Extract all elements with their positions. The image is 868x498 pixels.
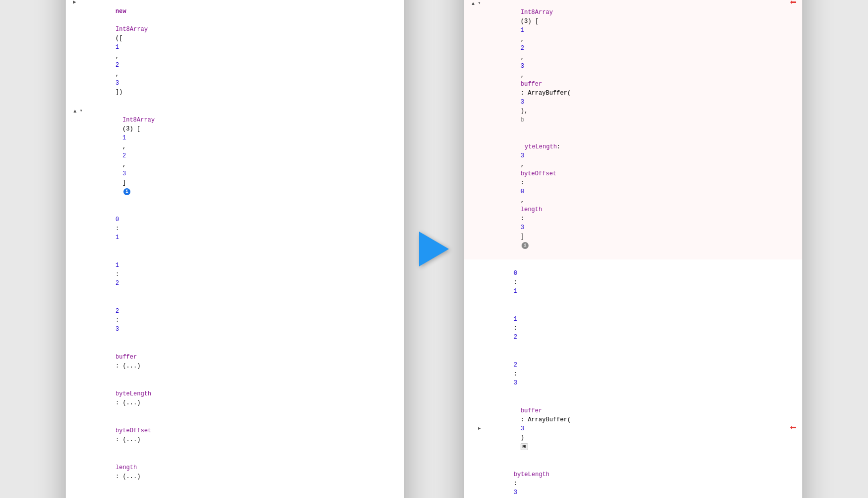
left-prop-2: 2 : 3 <box>66 297 404 343</box>
right-console-content: ▶ new Int8Array ([ 1 , 2 , 3 ]) <box>464 0 802 498</box>
left-line-gutter-1: ▶ <box>70 0 80 7</box>
right-prop-0-content: 0 : 1 <box>478 260 798 305</box>
right-line-gutter-2: ◀ <box>468 0 478 8</box>
left-prop-bytelength-content: byteLength : (...) <box>80 380 400 416</box>
right-prop-1-content: 1 : 2 <box>478 306 798 351</box>
right-array-content: Int8Array (3) [ 1 , 2 , 3 , buffer : Arr… <box>485 0 790 259</box>
left-prop-1: 1 : 2 <box>66 251 404 297</box>
right-prop-bytelength: byteLength : 3 <box>464 461 802 498</box>
left-console-content: ▶ new Int8Array ([ 1 , 2 , 3 ]) <box>66 0 404 498</box>
right-prop-bytelength-content: byteLength : 3 <box>478 461 798 498</box>
left-line-input: ▶ new Int8Array ([ 1 , 2 , 3 ]) <box>66 0 404 106</box>
right-red-arrow-array: ⬅ <box>790 0 798 8</box>
left-info-icon: i <box>123 188 130 195</box>
left-prop-0: 0 : 1 <box>66 206 404 251</box>
right-prop-0: 0 : 1 <box>464 259 802 305</box>
right-expand-arrow[interactable]: ▾ <box>478 0 485 8</box>
left-array-content: Int8Array (3) [ 1 , 2 , 3 ] i <box>87 107 400 205</box>
left-prop-2-content: 2 : 3 <box>80 298 400 343</box>
right-prop-2: 2 : 3 <box>464 351 802 397</box>
right-info-icon: i <box>522 242 529 249</box>
right-prop-buffer-content: buffer : ArrayBuffer( 3 ) ⊞ <box>485 397 787 460</box>
left-kw-new: new <box>115 8 126 15</box>
left-prop-length: length : (...) <box>66 454 404 491</box>
left-prop-symbol-content: Symbol(Symbol.toStringTag) : (...) <box>80 491 400 498</box>
left-line-array: ◀ ▾ Int8Array (3) [ 1 , 2 , 3 ] i <box>66 106 404 206</box>
right-prop-buffer: ▶ buffer : ArrayBuffer( 3 ) ⊞ ⬅ <box>464 397 802 461</box>
left-devtools-window: DevTools - developer.chrome.com/docs/dev… <box>66 0 404 498</box>
scene: DevTools - developer.chrome.com/docs/dev… <box>66 0 802 498</box>
left-prop-bytelength: byteLength : (...) <box>66 380 404 417</box>
left-prop-byteoffset-content: byteOffset : (...) <box>80 417 400 453</box>
left-prop-1-content: 1 : 2 <box>80 252 400 297</box>
left-prop-byteoffset: byteOffset : (...) <box>66 417 404 454</box>
arraybuffer-icon: ⊞ <box>521 443 528 450</box>
left-prop-symbol: Symbol(Symbol.toStringTag) : (...) <box>66 491 404 498</box>
right-red-arrow-buffer: ⬅ <box>790 424 798 433</box>
right-line-array: ◀ ▾ Int8Array (3) [ 1 , 2 , 3 , buffer :… <box>464 0 802 259</box>
left-prop-buffer: buffer : (...) <box>66 343 404 380</box>
left-line-gutter-2: ◀ <box>70 107 80 116</box>
right-buffer-arrow[interactable]: ▶ <box>478 424 485 433</box>
right-devtools-window: DevTools - developer.chrome.com/docs/dev… <box>464 0 802 498</box>
left-prop-length-content: length : (...) <box>80 454 400 490</box>
right-prop-1: 1 : 2 <box>464 305 802 351</box>
forward-arrow <box>419 232 449 266</box>
left-prop-buffer-content: buffer : (...) <box>80 344 400 379</box>
left-expand-arrow[interactable]: ▾ <box>80 107 87 116</box>
arrow-container <box>419 232 449 266</box>
right-prop-2-content: 2 : 3 <box>478 352 798 396</box>
left-line-1-content: new Int8Array ([ 1 , 2 , 3 ]) <box>80 0 400 106</box>
left-kw-class: Int8Array <box>115 26 148 33</box>
left-prop-0-content: 0 : 1 <box>80 206 400 251</box>
